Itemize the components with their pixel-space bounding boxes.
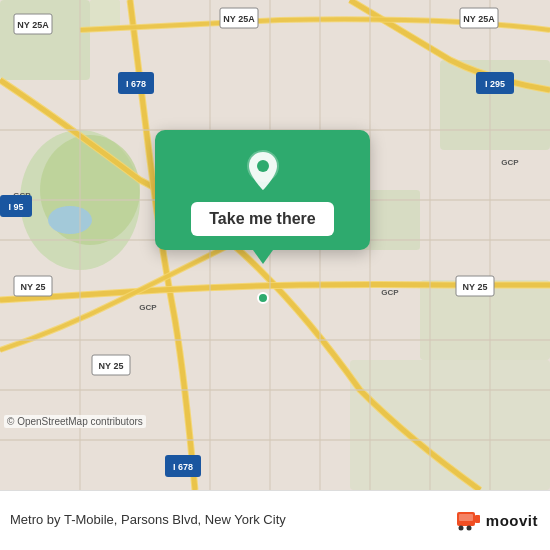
- popup-card: Take me there: [155, 130, 370, 250]
- svg-text:NY 25A: NY 25A: [17, 20, 49, 30]
- svg-point-49: [257, 160, 269, 172]
- svg-text:I 678: I 678: [173, 462, 193, 472]
- svg-text:I 95: I 95: [8, 202, 23, 212]
- map-container: I 678 NY 25A NY 25A NY 25A I 295 NY 25 N…: [0, 0, 550, 490]
- location-label: Metro by T-Mobile, Parsons Blvd, New Yor…: [10, 512, 454, 529]
- svg-text:I 678: I 678: [126, 79, 146, 89]
- osm-credit: © OpenStreetMap contributors: [4, 415, 146, 428]
- svg-text:I 295: I 295: [485, 79, 505, 89]
- svg-point-54: [466, 525, 471, 530]
- svg-rect-52: [459, 514, 473, 521]
- svg-text:GCP: GCP: [381, 288, 399, 297]
- svg-point-53: [458, 525, 463, 530]
- svg-text:NY 25A: NY 25A: [463, 14, 495, 24]
- svg-text:NY 25A: NY 25A: [223, 14, 255, 24]
- take-me-there-button[interactable]: Take me there: [191, 202, 333, 236]
- svg-text:NY 25: NY 25: [21, 282, 46, 292]
- svg-point-47: [258, 293, 268, 303]
- svg-rect-51: [475, 515, 480, 523]
- moovit-bus-icon: [454, 507, 482, 535]
- svg-point-3: [48, 206, 92, 234]
- location-pin-icon: [241, 148, 285, 192]
- svg-text:NY 25: NY 25: [99, 361, 124, 371]
- moovit-logo: moovit: [454, 507, 538, 535]
- svg-text:GCP: GCP: [501, 158, 519, 167]
- svg-rect-4: [0, 0, 90, 80]
- svg-text:NY 25: NY 25: [463, 282, 488, 292]
- moovit-label: moovit: [486, 512, 538, 529]
- svg-text:GCP: GCP: [139, 303, 157, 312]
- bottom-bar: Metro by T-Mobile, Parsons Blvd, New Yor…: [0, 490, 550, 550]
